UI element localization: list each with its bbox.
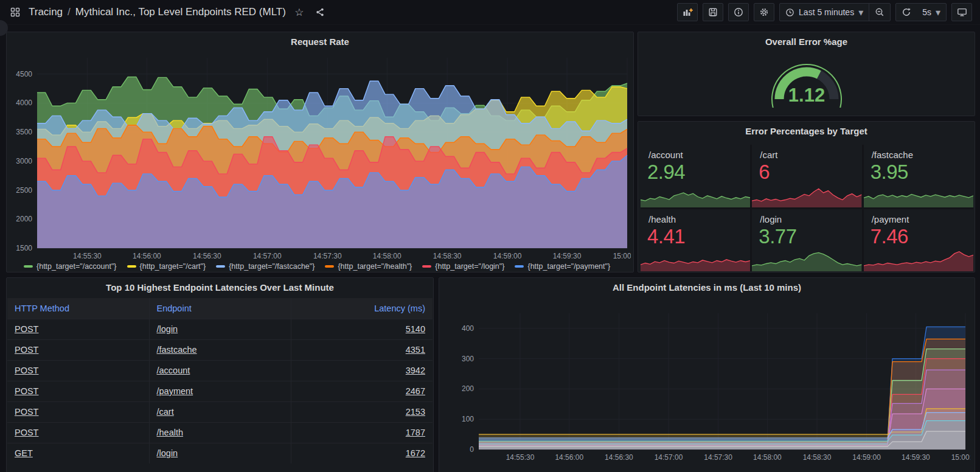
legend-item[interactable]: {http_target="/fastcache"} bbox=[216, 262, 315, 271]
cell-link[interactable]: 2467 bbox=[406, 386, 425, 396]
table-cell: 2467 bbox=[291, 381, 433, 401]
column-header[interactable]: HTTP Method bbox=[7, 298, 149, 319]
stat-cell-fastcache[interactable]: /fastcache3.95 bbox=[864, 145, 973, 207]
latency-chart[interactable]: 010020030040014:55:3014:56:0014:56:3014:… bbox=[443, 296, 970, 472]
table-cell: /health bbox=[149, 422, 291, 443]
svg-text:3500: 3500 bbox=[16, 128, 32, 136]
table-cell: 2153 bbox=[291, 401, 433, 422]
column-header[interactable]: Endpoint bbox=[149, 298, 291, 319]
cell-link[interactable]: POST bbox=[15, 345, 38, 355]
breadcrumb: Tracing / Mythical Inc., Top Level Endpo… bbox=[29, 6, 286, 18]
stat-cell-login[interactable]: /login3.77 bbox=[752, 209, 861, 272]
dashboard-title[interactable]: Mythical Inc., Top Level Endpoints RED (… bbox=[75, 6, 286, 18]
legend-label: {http_target="/health"} bbox=[338, 262, 412, 271]
svg-text:14:57:00: 14:57:00 bbox=[655, 453, 683, 462]
clock-icon bbox=[785, 8, 794, 17]
stat-cell-health[interactable]: /health4.41 bbox=[641, 209, 750, 272]
panel-request-rate: Request Rate 150020002500300035004000450… bbox=[6, 32, 634, 272]
stat-cell-payment[interactable]: /payment7.46 bbox=[864, 209, 973, 272]
dashboard-insights-button[interactable] bbox=[728, 3, 749, 21]
legend-swatch bbox=[325, 265, 334, 268]
cell-link[interactable]: /login bbox=[157, 448, 178, 458]
svg-text:14:58:30: 14:58:30 bbox=[433, 252, 462, 260]
cell-link[interactable]: POST bbox=[15, 324, 38, 334]
cell-link[interactable]: 3942 bbox=[406, 366, 425, 375]
time-picker-group: Last 5 minutes ▾ bbox=[779, 3, 891, 21]
save-dashboard-button[interactable] bbox=[703, 3, 723, 21]
cell-link[interactable]: /account bbox=[157, 366, 190, 375]
cell-link[interactable]: 2153 bbox=[406, 407, 425, 417]
svg-text:1500: 1500 bbox=[16, 244, 32, 252]
table-cell: POST bbox=[7, 319, 149, 339]
breadcrumb-separator: / bbox=[68, 6, 71, 18]
table-row: POST/fastcache4351 bbox=[7, 339, 433, 360]
cell-link[interactable]: GET bbox=[15, 448, 33, 458]
cell-link[interactable]: /payment bbox=[157, 386, 193, 396]
table-cell: 1672 bbox=[291, 443, 433, 463]
gear-icon bbox=[759, 7, 769, 17]
time-range-picker[interactable]: Last 5 minutes ▾ bbox=[780, 4, 869, 21]
table-cell: POST bbox=[7, 339, 149, 360]
legend-item[interactable]: {http_target="/login"} bbox=[422, 262, 504, 271]
stat-label: /login bbox=[760, 214, 782, 224]
panel-title[interactable]: Request Rate bbox=[7, 32, 633, 50]
legend-item[interactable]: {http_target="/payment"} bbox=[515, 262, 610, 271]
apps-grid-icon[interactable] bbox=[8, 5, 23, 19]
cell-link[interactable]: POST bbox=[15, 428, 38, 437]
svg-text:14:58:00: 14:58:00 bbox=[753, 453, 782, 462]
table-row: GET/login1672 bbox=[7, 443, 433, 463]
stat-grid: /account2.94/cart6/fastcache3.95/health4… bbox=[641, 145, 973, 271]
column-header[interactable]: Latency (ms) bbox=[291, 298, 433, 319]
svg-text:14:58:30: 14:58:30 bbox=[803, 453, 832, 462]
zoom-out-time-button[interactable] bbox=[869, 4, 890, 21]
panel-title[interactable]: All Endpoint Latencies in ms (Last 10 mi… bbox=[439, 278, 975, 296]
cycle-view-mode-button[interactable] bbox=[951, 3, 972, 21]
request-rate-chart[interactable]: 150020002500300035004000450014:55:3014:5… bbox=[10, 50, 631, 263]
legend-label: {http_target="/payment"} bbox=[527, 262, 610, 271]
svg-text:14:59:30: 14:59:30 bbox=[553, 252, 582, 260]
cell-link[interactable]: 1787 bbox=[406, 428, 425, 437]
panel-title[interactable]: Top 10 Highest Endpoint Latencies Over L… bbox=[7, 278, 433, 296]
refresh-dashboard-button[interactable] bbox=[896, 4, 917, 21]
table-cell: POST bbox=[7, 381, 149, 401]
panel-title[interactable]: Overall Error %age bbox=[638, 32, 975, 50]
cell-link[interactable]: POST bbox=[15, 407, 38, 417]
panel-error-percentages: Error Percentages by Target /account2.94… bbox=[638, 121, 975, 272]
cell-link[interactable]: 5140 bbox=[406, 324, 425, 334]
share-icon[interactable] bbox=[313, 5, 327, 19]
cell-link[interactable]: /health bbox=[157, 428, 184, 437]
table-cell: /login bbox=[149, 443, 291, 463]
svg-text:14:56:00: 14:56:00 bbox=[133, 252, 161, 260]
dashboard-settings-button[interactable] bbox=[754, 3, 774, 21]
error-gauge: 1.12 bbox=[638, 52, 975, 108]
cell-link[interactable]: /cart bbox=[157, 407, 174, 417]
breadcrumb-root-link[interactable]: Tracing bbox=[29, 6, 63, 18]
stat-cell-cart[interactable]: /cart6 bbox=[752, 145, 861, 207]
panel-title[interactable]: Error Percentages by Target bbox=[638, 122, 975, 140]
cell-link[interactable]: /fastcache bbox=[157, 345, 197, 355]
svg-text:100: 100 bbox=[462, 415, 474, 423]
cell-link[interactable]: POST bbox=[15, 366, 38, 375]
cell-link[interactable]: 4351 bbox=[406, 345, 425, 355]
cell-link[interactable]: POST bbox=[15, 386, 38, 396]
legend-item[interactable]: {http_target="/account"} bbox=[24, 262, 117, 271]
table-cell: GET bbox=[7, 443, 149, 463]
svg-text:14:55:30: 14:55:30 bbox=[73, 252, 102, 260]
add-panel-button[interactable] bbox=[677, 3, 698, 21]
legend-swatch bbox=[127, 265, 136, 268]
cell-link[interactable]: 1672 bbox=[406, 448, 425, 458]
refresh-interval-picker[interactable]: 5s ▾ bbox=[917, 4, 946, 21]
svg-text:14:56:00: 14:56:00 bbox=[555, 453, 583, 462]
legend-item[interactable]: {http_target="/health"} bbox=[325, 262, 412, 271]
table-cell: /login bbox=[149, 319, 291, 339]
cell-link[interactable]: /login bbox=[157, 324, 178, 334]
stat-value: 2.94 bbox=[647, 161, 685, 184]
legend-item[interactable]: {http_target="/cart"} bbox=[127, 262, 206, 271]
stat-value: 4.41 bbox=[647, 225, 685, 248]
stat-cell-account[interactable]: /account2.94 bbox=[641, 145, 750, 207]
table-row: POST/account3942 bbox=[7, 360, 433, 381]
legend-swatch bbox=[422, 265, 431, 268]
table-cell: /cart bbox=[149, 401, 291, 422]
refresh-icon bbox=[902, 7, 911, 17]
favorite-star-icon[interactable]: ☆ bbox=[292, 5, 307, 19]
